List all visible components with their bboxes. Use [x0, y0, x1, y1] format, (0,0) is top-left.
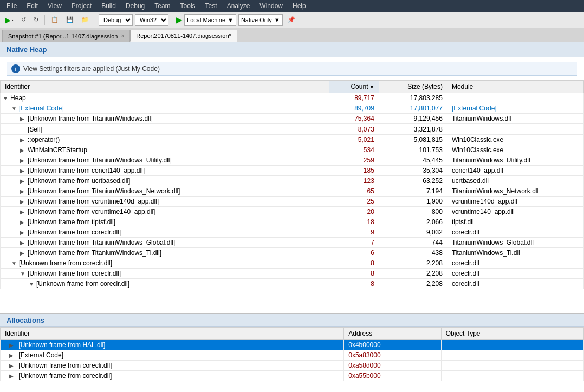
alloc-table-row[interactable]: ▶ [Unknown frame from HAL.dll] 0x4b00000: [1, 340, 584, 350]
menu-team[interactable]: Team: [150, 1, 174, 11]
platform-select[interactable]: Win32: [135, 14, 168, 26]
target-dropdown[interactable]: Local Machine ▼: [184, 14, 236, 26]
toolbar: ▶ · ↺ ↻ 📋 💾 📁 Debug Win32 ▶ Local Machin…: [0, 12, 584, 28]
expand-icon[interactable]: ▼: [20, 271, 27, 277]
alloc-address-cell: 0x5a83000: [344, 350, 442, 361]
expand-icon[interactable]: ▶: [20, 240, 27, 246]
menu-file[interactable]: File: [2, 1, 21, 11]
undo-button[interactable]: ↺: [18, 15, 29, 25]
menu-project[interactable]: Project: [67, 1, 96, 11]
heap-identifier-cell: ▶WinMainCRTStartup: [1, 145, 329, 155]
heap-module-cell: Win10Classic.exe: [447, 145, 583, 155]
alloc-identifier-cell: ▶ [Unknown frame from coreclr.dll]: [1, 361, 344, 371]
heap-table-row[interactable]: ▶[Unknown frame from vcruntime140d_app.d…: [1, 197, 584, 207]
expand-icon[interactable]: ▶: [20, 199, 27, 205]
heap-module-cell: vcruntime140_app.dll: [447, 207, 583, 217]
heap-count-cell: 534: [329, 145, 379, 155]
heap-table-row[interactable]: ▶[Unknown frame from TitaniumWindows.dll…: [1, 114, 584, 124]
menu-tools[interactable]: Tools: [176, 1, 200, 11]
expand-icon[interactable]: ▼: [3, 95, 9, 102]
alloc-expand-icon[interactable]: ▶: [9, 373, 16, 380]
tab-report[interactable]: Report20170811-1407.diagsession*: [130, 30, 237, 42]
heap-size-cell: 35,304: [379, 166, 447, 176]
redo-button[interactable]: ↻: [31, 15, 41, 25]
expand-icon[interactable]: ▶: [20, 168, 27, 174]
toolbar-btn-3[interactable]: 📁: [79, 15, 92, 25]
toolbar-btn-2[interactable]: 💾: [63, 15, 76, 25]
col-header-size[interactable]: Size (Bytes): [379, 81, 447, 93]
alloc-expand-icon[interactable]: ▶: [9, 342, 16, 349]
heap-table-row[interactable]: ▶[Unknown frame from coreclr.dll] 9 9,03…: [1, 227, 584, 238]
alloc-table-container[interactable]: Identifier Address Object Type ▶ [Unknow…: [0, 327, 584, 383]
expand-icon[interactable]: ▼: [29, 281, 35, 288]
alloc-row-name: [Unknown frame from coreclr.dll]: [18, 362, 112, 369]
alloc-col-type[interactable]: Object Type: [441, 328, 583, 340]
heap-table-row[interactable]: ▶[Unknown frame from TitaniumWindows_Ti.…: [1, 248, 584, 258]
expand-icon[interactable]: ▶: [20, 250, 27, 257]
expand-icon[interactable]: ▶: [20, 230, 27, 236]
alloc-expand-icon[interactable]: ▶: [9, 363, 16, 369]
mode-dropdown[interactable]: Native Only ▼: [238, 14, 283, 26]
heap-table-row[interactable]: ▼Heap 89,717 17,803,285: [1, 93, 584, 103]
expand-icon[interactable]: ▶: [20, 147, 27, 154]
heap-identifier-cell: ▶[Unknown frame from coreclr.dll]: [1, 227, 329, 238]
heap-module-cell: TitaniumWindows_Ti.dll: [447, 248, 583, 258]
heap-count-cell: 89,717: [329, 93, 379, 103]
expand-icon[interactable]: ▶: [20, 219, 27, 226]
heap-table-container[interactable]: Identifier Count Size (Bytes) Module ▼He…: [0, 80, 584, 313]
heap-table-row[interactable]: ▶[Unknown frame from concrt140_app.dll] …: [1, 166, 584, 176]
menu-window[interactable]: Window: [255, 1, 287, 11]
pin-button[interactable]: 📌: [285, 15, 298, 25]
run-button[interactable]: ▶ ·: [2, 14, 16, 26]
heap-table-row[interactable]: ▶WinMainCRTStartup 534 101,753 Win10Clas…: [1, 145, 584, 155]
heap-table-row[interactable]: ▶[Unknown frame from TitaniumWindows_Glo…: [1, 238, 584, 248]
heap-table-row[interactable]: ▶[Unknown frame from TitaniumWindows_Net…: [1, 186, 584, 197]
alloc-col-identifier[interactable]: Identifier: [1, 328, 344, 340]
expand-icon[interactable]: ▶: [20, 158, 27, 164]
heap-table-row[interactable]: ▶[Unknown frame from tiptsf.dll] 18 2,06…: [1, 217, 584, 227]
expand-icon[interactable]: ▶: [20, 188, 27, 195]
heap-size-cell: 3,321,878: [379, 124, 447, 135]
heap-size-cell: 45,445: [379, 155, 447, 166]
expand-icon[interactable]: ▶: [20, 178, 27, 185]
icon-1: 📋: [51, 16, 59, 23]
debug-config-select[interactable]: Debug: [99, 14, 133, 26]
menu-debug[interactable]: Debug: [121, 1, 149, 11]
heap-size-cell: 63,252: [379, 176, 447, 186]
heap-table-row[interactable]: ▶::operator() 5,021 5,081,815 Win10Class…: [1, 135, 584, 145]
expand-icon[interactable]: ▶: [20, 137, 27, 143]
tab-snapshot-close[interactable]: ×: [121, 33, 124, 39]
heap-table-row[interactable]: ▼[Unknown frame from coreclr.dll] 8 2,20…: [1, 258, 584, 269]
col-header-count[interactable]: Count: [329, 81, 379, 93]
heap-table-row[interactable]: [Self] 8,073 3,321,878: [1, 124, 584, 135]
alloc-table-row[interactable]: ▶ [Unknown frame from coreclr.dll] 0xa55…: [1, 371, 584, 381]
menu-view[interactable]: View: [43, 1, 66, 11]
expand-icon[interactable]: ▶: [20, 209, 27, 215]
heap-table-row[interactable]: ▶[Unknown frame from vcruntime140_app.dl…: [1, 207, 584, 217]
expand-icon[interactable]: ▼: [11, 106, 18, 112]
heap-table-row[interactable]: ▼[Unknown frame from coreclr.dll] 8 2,20…: [1, 269, 584, 279]
tab-snapshot[interactable]: Snapshot #1 (Repor...1-1407.diagsession …: [2, 30, 130, 42]
alloc-expand-icon[interactable]: ▶: [9, 352, 16, 359]
heap-table-row[interactable]: ▶[Unknown frame from ucrtbased.dll] 123 …: [1, 176, 584, 186]
expand-icon[interactable]: ▼: [11, 260, 18, 267]
menu-analyze[interactable]: Analyze: [223, 1, 255, 11]
alloc-table-row[interactable]: ▶ [External Code] 0x5a83000: [1, 350, 584, 361]
toolbar-btn-1[interactable]: 📋: [48, 15, 61, 25]
row-name: [Unknown frame from TitaniumWindows.dll]: [28, 115, 153, 122]
menu-build[interactable]: Build: [97, 1, 120, 11]
tab-bar: Snapshot #1 (Repor...1-1407.diagsession …: [0, 28, 584, 42]
menu-test[interactable]: Test: [201, 1, 222, 11]
alloc-col-address[interactable]: Address: [344, 328, 442, 340]
menu-edit[interactable]: Edit: [22, 1, 42, 11]
expand-icon[interactable]: ▶: [20, 116, 27, 122]
col-header-module[interactable]: Module: [447, 81, 583, 93]
heap-table-row[interactable]: ▶[Unknown frame from TitaniumWindows_Uti…: [1, 155, 584, 166]
expand-icon[interactable]: [20, 125, 27, 132]
col-header-identifier[interactable]: Identifier: [1, 81, 329, 93]
menu-help[interactable]: Help: [288, 1, 310, 11]
heap-table-row[interactable]: ▼[Unknown frame from coreclr.dll] 8 2,20…: [1, 279, 584, 289]
info-text: View Settings filters are applied (Just …: [23, 65, 160, 73]
alloc-table-row[interactable]: ▶ [Unknown frame from coreclr.dll] 0xa58…: [1, 361, 584, 371]
heap-table-row[interactable]: ▼[External Code] 89,709 17,801,077 [Exte…: [1, 103, 584, 114]
